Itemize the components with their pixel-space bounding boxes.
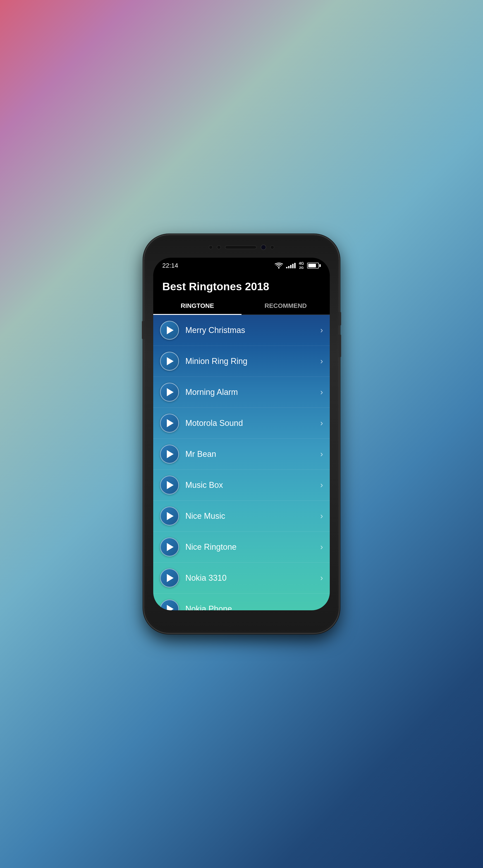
status-icons: 4G 2G bbox=[275, 261, 321, 270]
app-title: Best Ringtones 2018 bbox=[162, 280, 321, 293]
play-triangle-icon bbox=[167, 326, 174, 334]
ringtone-name-5: Music Box bbox=[186, 480, 314, 490]
play-triangle-icon bbox=[167, 543, 174, 551]
sensor-dot-1 bbox=[209, 245, 213, 249]
sensor-dot-2 bbox=[217, 245, 221, 249]
status-time: 22:14 bbox=[162, 262, 178, 269]
svg-point-0 bbox=[278, 267, 280, 269]
chevron-right-icon-3: › bbox=[320, 418, 323, 428]
network-4g: 4G bbox=[299, 261, 304, 266]
chevron-right-icon-6: › bbox=[320, 511, 323, 521]
list-item[interactable]: Music Box › bbox=[153, 470, 330, 501]
play-triangle-icon bbox=[167, 419, 174, 427]
chevron-right-icon-1: › bbox=[320, 356, 323, 366]
play-triangle-icon bbox=[167, 388, 174, 396]
play-button-3[interactable] bbox=[160, 414, 179, 433]
ringtone-name-4: Mr Bean bbox=[186, 450, 314, 459]
play-triangle-icon bbox=[167, 605, 174, 610]
list-item[interactable]: Nice Music › bbox=[153, 501, 330, 532]
list-item[interactable]: Mr Bean › bbox=[153, 439, 330, 470]
battery-icon bbox=[307, 263, 321, 269]
app-header: Best Ringtones 2018 bbox=[153, 274, 330, 297]
screen-content: 22:14 bbox=[153, 258, 330, 610]
chevron-right-icon-8: › bbox=[320, 573, 323, 583]
ringtone-name-6: Nice Music bbox=[186, 511, 314, 521]
network-badge: 4G 2G bbox=[299, 261, 304, 270]
play-triangle-icon bbox=[167, 450, 174, 458]
list-item[interactable]: Motorola Sound › bbox=[153, 408, 330, 439]
tab-ringtone[interactable]: RINGTONE bbox=[153, 297, 242, 314]
ringtone-name-9: Nokia Phone bbox=[186, 604, 314, 610]
play-triangle-icon bbox=[167, 512, 174, 520]
signal-bar-2 bbox=[288, 266, 289, 268]
play-triangle-icon bbox=[167, 357, 174, 365]
chevron-right-icon-9: › bbox=[320, 604, 323, 610]
signal-bar-5 bbox=[294, 263, 295, 268]
play-button-5[interactable] bbox=[160, 475, 179, 495]
list-item[interactable]: Nokia 3310 › bbox=[153, 563, 330, 594]
battery-body bbox=[307, 263, 319, 269]
volume-button[interactable] bbox=[142, 321, 144, 339]
ringtone-name-0: Merry Christmas bbox=[186, 326, 314, 335]
list-item[interactable]: Nokia Phone › bbox=[153, 594, 330, 610]
ringtone-name-7: Nice Ringtone bbox=[186, 542, 314, 552]
tab-recommend[interactable]: RECOMMEND bbox=[242, 297, 330, 314]
sensor-dot-3 bbox=[270, 245, 274, 249]
signal-bar-3 bbox=[290, 265, 291, 268]
chevron-right-icon-2: › bbox=[320, 388, 323, 397]
phone-sensors bbox=[209, 245, 274, 250]
phone-wrapper: 22:14 bbox=[144, 235, 339, 633]
play-triangle-icon bbox=[167, 574, 174, 582]
ringtone-name-8: Nokia 3310 bbox=[186, 573, 314, 583]
ringtone-list: Merry Christmas › Minion Ring Ring › bbox=[153, 315, 330, 610]
play-button-0[interactable] bbox=[160, 321, 179, 340]
play-button-1[interactable] bbox=[160, 352, 179, 371]
front-camera bbox=[261, 245, 266, 250]
phone-shell: 22:14 bbox=[144, 235, 339, 633]
battery-tip bbox=[319, 264, 321, 267]
signal-icon bbox=[286, 263, 295, 268]
play-button-9[interactable] bbox=[160, 599, 179, 610]
play-button-8[interactable] bbox=[160, 568, 179, 587]
status-bar: 22:14 bbox=[153, 258, 330, 274]
play-triangle-icon bbox=[167, 481, 174, 489]
bixby-button[interactable] bbox=[339, 335, 341, 357]
ringtone-name-2: Morning Alarm bbox=[186, 388, 314, 397]
play-button-7[interactable] bbox=[160, 537, 179, 557]
battery-fill bbox=[308, 264, 316, 268]
wifi-icon bbox=[275, 262, 283, 269]
phone-screen: 22:14 bbox=[153, 258, 330, 610]
signal-bar-1 bbox=[286, 267, 287, 268]
ringtone-name-1: Minion Ring Ring bbox=[186, 356, 314, 366]
play-button-6[interactable] bbox=[160, 506, 179, 526]
signal-bar-4 bbox=[292, 264, 293, 268]
list-item[interactable]: Minion Ring Ring › bbox=[153, 346, 330, 377]
list-item[interactable]: Morning Alarm › bbox=[153, 377, 330, 408]
chevron-right-icon-0: › bbox=[320, 326, 323, 335]
chevron-right-icon-4: › bbox=[320, 450, 323, 459]
speaker-grill bbox=[225, 246, 257, 249]
list-item[interactable]: Nice Ringtone › bbox=[153, 532, 330, 563]
network-2g: 2G bbox=[299, 266, 304, 270]
ringtone-name-3: Motorola Sound bbox=[186, 418, 314, 428]
tabs-bar: RINGTONE RECOMMEND bbox=[153, 297, 330, 315]
list-item[interactable]: Merry Christmas › bbox=[153, 315, 330, 346]
chevron-right-icon-5: › bbox=[320, 480, 323, 490]
play-button-4[interactable] bbox=[160, 445, 179, 464]
power-button[interactable] bbox=[339, 312, 341, 326]
chevron-right-icon-7: › bbox=[320, 542, 323, 552]
play-button-2[interactable] bbox=[160, 383, 179, 402]
